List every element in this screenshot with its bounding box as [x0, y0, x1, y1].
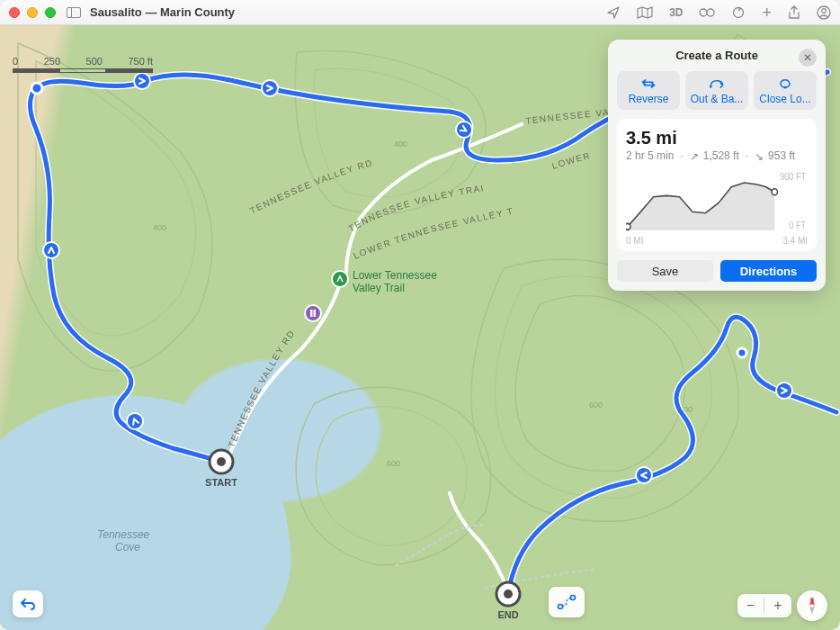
- svg-point-1: [707, 9, 714, 16]
- water-label: TennesseeCove: [97, 528, 150, 554]
- route-stats: 3.5 mi 2 hr 5 min ↗ 1,528 ft ↘ 953 ft 90…: [617, 119, 817, 251]
- svg-point-42: [784, 86, 787, 89]
- svg-point-19: [31, 83, 42, 94]
- poi-label: Lower TennesseeValley Trail: [353, 269, 437, 294]
- svg-point-14: [128, 414, 142, 428]
- location-button[interactable]: [606, 5, 621, 20]
- zoom-in-button[interactable]: +: [764, 598, 791, 614]
- poi-lower-tv-trail[interactable]: [332, 271, 348, 287]
- svg-point-27: [332, 271, 348, 287]
- start-label: START: [205, 477, 237, 488]
- svg-point-8: [135, 74, 149, 88]
- elevation-chart: 900 FT 0 FT: [626, 169, 808, 238]
- window-title: Sausalito — Marin County: [90, 5, 235, 19]
- svg-point-32: [217, 457, 226, 466]
- descent-icon: ↘: [755, 150, 764, 163]
- map-mode-button[interactable]: [637, 6, 653, 19]
- scale-bar: 0250500750 ft: [13, 56, 153, 73]
- svg-point-20: [737, 348, 746, 357]
- elevation-label: 400: [394, 140, 407, 148]
- svg-point-16: [637, 468, 651, 482]
- save-button[interactable]: Save: [617, 260, 713, 282]
- svg-text:0 FT: 0 FT: [789, 220, 806, 230]
- close-loop-icon: [776, 76, 794, 91]
- window-minimize[interactable]: [27, 7, 38, 18]
- svg-rect-30: [314, 310, 317, 317]
- svg-point-0: [700, 9, 707, 16]
- window-close[interactable]: [9, 7, 20, 18]
- out-back-icon: [708, 76, 726, 91]
- svg-point-34: [504, 590, 513, 598]
- share-button[interactable]: [788, 5, 800, 20]
- compass-button[interactable]: N: [797, 590, 827, 621]
- start-marker[interactable]: [210, 450, 233, 473]
- panel-title: Create a Route: [675, 49, 758, 62]
- svg-point-35: [559, 605, 563, 609]
- zoom-control: − +: [737, 594, 791, 617]
- window-zoom[interactable]: [45, 7, 56, 18]
- reverse-button[interactable]: Reverse: [617, 71, 680, 110]
- svg-text:TENNESSEE VALLEY RD: TENNESSEE VALLEY RD: [0, 25, 611, 126]
- svg-point-6: [44, 243, 58, 257]
- route-tool-button[interactable]: [549, 587, 585, 617]
- svg-text:LOWER TENNESS: LOWER TENNESS: [0, 25, 595, 171]
- lookaround-button[interactable]: [699, 7, 715, 18]
- elevation-label: 400: [153, 223, 166, 232]
- end-marker[interactable]: [496, 582, 520, 606]
- svg-text:TENNESSEE VALLEY RD: TENNESSEE VALLEY RD: [227, 328, 297, 449]
- zoom-out-button[interactable]: −: [737, 598, 764, 614]
- descent-value: 953 ft: [768, 149, 795, 162]
- svg-text:TENNESSEE VALLEY RD: TENNESSEE VALLEY RD: [248, 158, 374, 216]
- road-labels: TENNESSEE VALLEY RD TENNESSEE VALLEY RD …: [0, 25, 611, 449]
- svg-point-18: [777, 383, 791, 398]
- svg-text:N: N: [810, 597, 814, 602]
- svg-point-44: [772, 189, 777, 195]
- directions-button[interactable]: Directions: [720, 260, 817, 282]
- sidebar-toggle-icon[interactable]: [67, 7, 81, 18]
- poi-restroom[interactable]: [305, 305, 321, 321]
- account-button[interactable]: [817, 5, 831, 20]
- svg-point-28: [305, 305, 321, 321]
- rotate-button[interactable]: [731, 5, 746, 20]
- elevation-label: 600: [589, 400, 603, 410]
- close-loop-button[interactable]: Close Lo...: [754, 71, 817, 110]
- svg-point-10: [263, 81, 277, 95]
- distance-value: 3.5 mi: [626, 128, 808, 148]
- svg-point-41: [710, 86, 712, 88]
- svg-rect-29: [310, 310, 313, 317]
- duration-value: 2 hr 5 min: [626, 149, 674, 162]
- reverse-icon: [639, 76, 657, 91]
- titlebar: Sausalito — Marin County 3D +: [0, 0, 840, 25]
- elevation-label: 600: [387, 459, 400, 468]
- panel-close-button[interactable]: ✕: [799, 49, 817, 67]
- svg-point-2: [734, 7, 744, 17]
- svg-point-12: [457, 122, 471, 137]
- undo-button[interactable]: [13, 590, 43, 617]
- svg-point-36: [571, 596, 576, 600]
- ascent-icon: ↗: [690, 150, 699, 163]
- svg-point-4: [822, 8, 827, 13]
- view-3d-button[interactable]: 3D: [669, 6, 683, 19]
- out-and-back-button[interactable]: Out & Ba...: [685, 71, 748, 110]
- svg-text:900 FT: 900 FT: [780, 172, 806, 182]
- add-button[interactable]: +: [762, 4, 772, 21]
- end-label: END: [497, 609, 518, 620]
- svg-point-43: [626, 223, 630, 230]
- ascent-value: 1,528 ft: [703, 149, 739, 162]
- create-route-panel: Create a Route ✕ Reverse Out & Ba... Clo…: [608, 40, 826, 291]
